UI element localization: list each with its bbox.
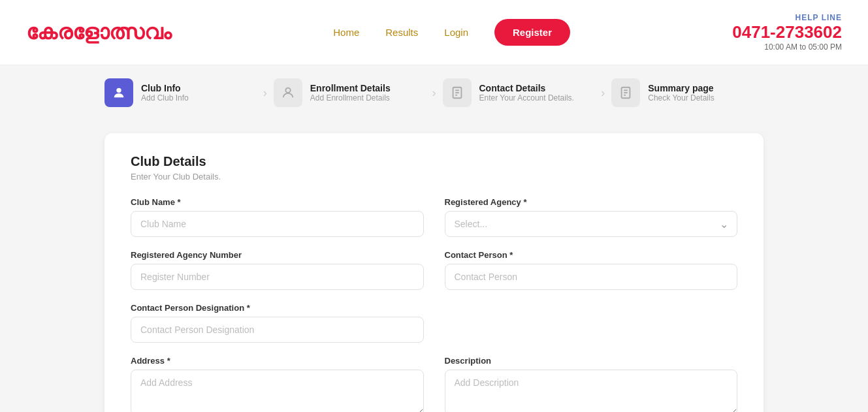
nav-results[interactable]: Results xyxy=(385,27,418,38)
main-content: Club Details Enter Your Club Details. Cl… xyxy=(0,120,868,412)
form-group-description: Description xyxy=(445,356,738,412)
club-name-input[interactable] xyxy=(131,211,424,237)
nav: Home Results Login Register xyxy=(333,19,570,46)
contact-person-input[interactable] xyxy=(445,264,738,290)
step-enrollment-text: Enrollment Details Add Enrollment Detail… xyxy=(310,83,391,103)
form-row-2: Registered Agency Number Contact Person … xyxy=(131,250,737,290)
form-group-club-name: Club Name * xyxy=(131,197,424,237)
step-summary-text: Summary page Check Your Details xyxy=(648,83,714,103)
designation-label: Contact Person Designation * xyxy=(131,303,424,313)
form-row-4: Address * Description xyxy=(131,356,737,412)
register-button[interactable]: Register xyxy=(494,19,570,46)
steps-bar: Club Info Add Club Info › Enrollment Det… xyxy=(0,65,868,120)
form-group-spacer xyxy=(445,303,738,343)
registered-agency-label: Registered Agency * xyxy=(445,197,738,207)
form-group-registered-agency: Registered Agency * Select... Agency 1 A… xyxy=(445,197,738,237)
step-club-info[interactable]: Club Info Add Club Info xyxy=(104,78,257,107)
agency-number-label: Registered Agency Number xyxy=(131,250,424,260)
arrow-1: › xyxy=(263,86,267,100)
nav-home[interactable]: Home xyxy=(333,27,359,38)
step-club-info-title: Club Info xyxy=(141,83,189,93)
step-club-info-subtitle: Add Club Info xyxy=(141,93,189,103)
step-contact[interactable]: Contact Details Enter Your Account Detai… xyxy=(443,78,595,107)
svg-point-1 xyxy=(285,88,290,93)
address-textarea[interactable] xyxy=(131,370,424,412)
form-group-address: Address * xyxy=(131,356,424,412)
svg-point-0 xyxy=(116,88,121,93)
contact-person-label: Contact Person * xyxy=(445,250,738,260)
step-summary[interactable]: Summary page Check Your Details xyxy=(611,78,764,107)
form-card-title: Club Details xyxy=(131,154,737,169)
form-card: Club Details Enter Your Club Details. Cl… xyxy=(104,133,764,412)
step-enrollment[interactable]: Enrollment Details Add Enrollment Detail… xyxy=(274,78,426,107)
helpline-hours: 10:00 AM to 05:00 PM xyxy=(732,42,842,52)
step-enrollment-subtitle: Add Enrollment Details xyxy=(310,93,391,103)
step-contact-icon xyxy=(443,78,472,107)
helpline-number: 0471-2733602 xyxy=(732,22,842,42)
step-contact-text: Contact Details Enter Your Account Detai… xyxy=(479,83,574,103)
description-textarea[interactable] xyxy=(445,370,738,412)
step-enrollment-icon xyxy=(274,78,302,107)
registered-agency-select[interactable]: Select... Agency 1 Agency 2 Agency 3 xyxy=(445,211,738,237)
step-club-info-icon xyxy=(104,78,133,107)
form-card-subtitle: Enter Your Club Details. xyxy=(131,172,737,182)
registered-agency-select-wrapper: Select... Agency 1 Agency 2 Agency 3 ⌄ xyxy=(445,211,738,237)
helpline-label: HELP LINE xyxy=(732,13,842,22)
form-group-contact-person: Contact Person * xyxy=(445,250,738,290)
address-label: Address * xyxy=(131,356,424,366)
club-name-label: Club Name * xyxy=(131,197,424,207)
logo: കേരളോത്സവം xyxy=(26,20,171,44)
step-enrollment-title: Enrollment Details xyxy=(310,83,391,93)
step-club-info-text: Club Info Add Club Info xyxy=(141,83,189,103)
form-group-designation: Contact Person Designation * xyxy=(131,303,424,343)
step-summary-title: Summary page xyxy=(648,83,714,93)
arrow-2: › xyxy=(432,86,436,100)
form-group-agency-number: Registered Agency Number xyxy=(131,250,424,290)
form-row-3: Contact Person Designation * xyxy=(131,303,737,343)
header: കേരളോത്സവം Home Results Login Register H… xyxy=(0,0,868,65)
arrow-3: › xyxy=(601,86,605,100)
step-summary-subtitle: Check Your Details xyxy=(648,93,714,103)
step-summary-icon xyxy=(611,78,640,107)
agency-number-input[interactable] xyxy=(131,264,424,290)
step-contact-title: Contact Details xyxy=(479,83,574,93)
designation-input[interactable] xyxy=(131,317,424,343)
helpline: HELP LINE 0471-2733602 10:00 AM to 05:00… xyxy=(732,13,842,52)
step-contact-subtitle: Enter Your Account Details. xyxy=(479,93,574,103)
steps-container: Club Info Add Club Info › Enrollment Det… xyxy=(104,78,764,107)
description-label: Description xyxy=(445,356,738,366)
nav-login[interactable]: Login xyxy=(444,27,468,38)
form-row-1: Club Name * Registered Agency * Select..… xyxy=(131,197,737,237)
